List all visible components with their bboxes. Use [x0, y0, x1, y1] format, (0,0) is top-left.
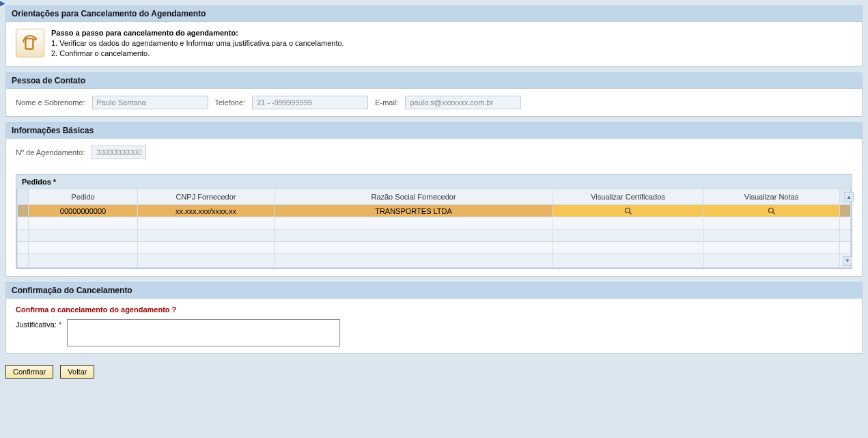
- row-handle[interactable]: [18, 205, 29, 217]
- col-cnpj: CNPJ Fornecedor: [138, 189, 275, 205]
- panel-orientacoes: Orientações para Cancelamento do Agendam…: [5, 5, 863, 67]
- svg-point-1: [625, 208, 630, 213]
- svg-rect-0: [26, 39, 33, 49]
- pedidos-grid: Pedido CNPJ Fornecedor Razão Social Forn…: [16, 189, 852, 269]
- expand-arrow-icon[interactable]: ▶: [0, 0, 4, 12]
- confirm-question: Confirma o cancelamento do agendamento ?: [16, 305, 852, 314]
- magnifier-icon[interactable]: [624, 207, 632, 215]
- svg-line-2: [629, 213, 631, 215]
- panel-contato-header: Pessoa de Contato: [6, 73, 862, 89]
- scroll-up-icon[interactable]: ▲: [844, 192, 854, 202]
- orientacoes-heading: Passo a passo para cancelamento do agend…: [51, 29, 344, 37]
- justificativa-label: Justificativa: *: [16, 319, 61, 329]
- required-star-icon: *: [59, 320, 61, 329]
- table-row: [18, 217, 851, 230]
- scroll-down-icon[interactable]: ▼: [843, 256, 852, 266]
- scroll-track: [840, 205, 851, 217]
- col-razao: Razão Social Fornecedor: [275, 189, 553, 205]
- col-rowhandle: [18, 189, 29, 205]
- voltar-button[interactable]: Voltar: [60, 365, 94, 379]
- table-row: ▼: [18, 254, 851, 268]
- panel-basicas: Informações Básicas Nº de Agendamento: P…: [5, 122, 863, 277]
- col-scroll: ▲: [840, 189, 851, 205]
- phone-label: Telefone:: [215, 98, 246, 107]
- cell-cnpj: xx.xxx.xxx/xxxx.xx: [138, 205, 275, 217]
- cell-certificados[interactable]: [553, 205, 703, 217]
- panel-contato: Pessoa de Contato Nome e Sobrenome: Tele…: [5, 72, 863, 117]
- magnifier-icon[interactable]: [768, 207, 776, 215]
- agendamento-label: Nº de Agendamento:: [16, 148, 85, 156]
- pedidos-subpanel: Pedidos *: [16, 174, 852, 269]
- confirmar-button[interactable]: Confirmar: [5, 365, 53, 379]
- orientacoes-step1: 1. Verificar os dados do agendamento e I…: [51, 38, 344, 49]
- table-row: [18, 230, 851, 242]
- col-notas: Visualizar Notas: [703, 189, 840, 205]
- email-field: [405, 96, 521, 109]
- panel-basicas-header: Informações Básicas: [6, 123, 862, 139]
- cell-pedido: 00000000000: [29, 205, 138, 217]
- panel-confirmacao-header: Confirmação do Cancelamento: [6, 283, 862, 299]
- cancel-scheduling-icon: [16, 29, 44, 57]
- col-certificados: Visualizar Certificados: [553, 189, 703, 205]
- name-label: Nome e Sobrenome:: [16, 98, 85, 107]
- email-label: E-mail:: [375, 98, 398, 107]
- svg-line-4: [772, 213, 774, 215]
- table-row[interactable]: 00000000000 xx.xxx.xxx/xxxx.xx TRANSPORT…: [18, 205, 851, 217]
- agendamento-field: [92, 146, 146, 159]
- pedidos-subpanel-header: Pedidos *: [16, 175, 852, 189]
- svg-point-3: [768, 208, 773, 213]
- panel-confirmacao: Confirmação do Cancelamento Confirma o c…: [5, 282, 863, 354]
- panel-orientacoes-header: Orientações para Cancelamento do Agendam…: [6, 6, 862, 22]
- justificativa-textarea[interactable]: [67, 319, 340, 346]
- table-row: [18, 242, 851, 254]
- orientacoes-text: Passo a passo para cancelamento do agend…: [51, 29, 344, 59]
- cell-razao: TRANSPORTES LTDA: [275, 205, 553, 217]
- col-pedido: Pedido: [29, 189, 138, 205]
- phone-field: [252, 96, 368, 109]
- orientacoes-step2: 2. Confirmar o cancelamento.: [51, 49, 344, 59]
- name-field: [92, 96, 208, 109]
- cell-notas[interactable]: [703, 205, 840, 217]
